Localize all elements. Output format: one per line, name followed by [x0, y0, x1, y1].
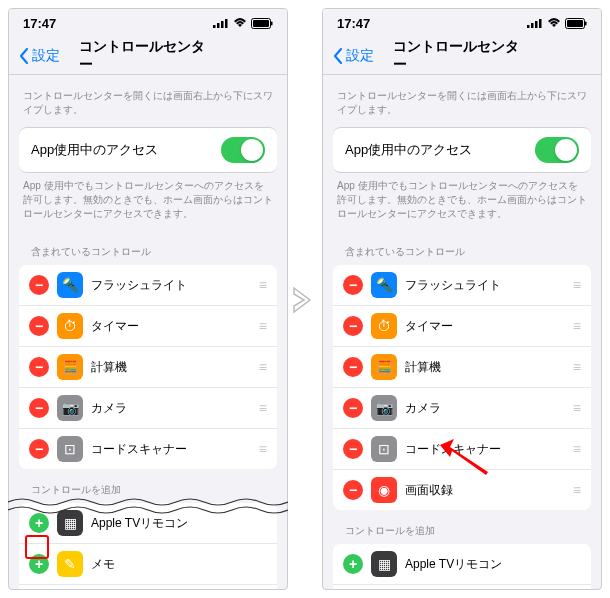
access-group: App使用中のアクセス	[19, 127, 277, 173]
svg-rect-10	[539, 19, 542, 28]
remove-button[interactable]: −	[343, 316, 363, 336]
svg-rect-9	[535, 21, 538, 28]
chevron-left-icon	[19, 48, 29, 64]
access-toggle[interactable]	[221, 137, 265, 163]
svg-rect-2	[221, 21, 224, 28]
add-button[interactable]: +	[29, 513, 49, 533]
access-desc: App 使用中でもコントロールセンターへのアクセスを許可します。無効のときでも、…	[323, 173, 601, 231]
access-toggle[interactable]	[535, 137, 579, 163]
wifi-icon	[233, 18, 247, 28]
control-label: カメラ	[405, 400, 565, 417]
access-desc: App 使用中でもコントロールセンターへのアクセスを許可します。無効のときでも、…	[9, 173, 287, 231]
drag-handle-icon[interactable]: ≡	[573, 359, 581, 375]
drag-handle-icon[interactable]: ≡	[259, 400, 267, 416]
more-group: +▦Apple TVリモコン+👤アクセシビリティのショートカ…+🔒アクセスガイド	[333, 544, 591, 589]
red-arrow-icon	[440, 437, 490, 477]
drag-handle-icon[interactable]: ≡	[259, 359, 267, 375]
status-icons	[213, 18, 273, 29]
signal-icon	[213, 18, 229, 28]
svg-rect-13	[585, 21, 587, 25]
control-label: フラッシュライト	[91, 277, 251, 294]
svg-rect-1	[217, 23, 220, 28]
control-row: −🧮計算機≡	[333, 346, 591, 387]
content-right: コントロールセンターを開くには画面右上から下にスワイプします。 App使用中のア…	[323, 75, 601, 589]
drag-handle-icon[interactable]: ≡	[573, 441, 581, 457]
signal-icon	[527, 18, 543, 28]
back-button[interactable]: 設定	[19, 47, 60, 65]
remove-button[interactable]: −	[29, 316, 49, 336]
back-label: 設定	[346, 47, 374, 65]
app-icon: 📷	[371, 395, 397, 421]
app-icon: 🔦	[371, 272, 397, 298]
included-group: −🔦フラッシュライト≡−⏱タイマー≡−🧮計算機≡−📷カメラ≡−⊡コードスキャナー…	[19, 265, 277, 469]
app-icon: ⏱	[371, 313, 397, 339]
svg-rect-8	[531, 23, 534, 28]
remove-button[interactable]: −	[343, 357, 363, 377]
remove-button[interactable]: −	[343, 398, 363, 418]
drag-handle-icon[interactable]: ≡	[573, 318, 581, 334]
access-row: App使用中のアクセス	[19, 128, 277, 172]
control-label: Apple TVリモコン	[405, 556, 581, 573]
nav-title: コントロールセンター	[79, 38, 218, 74]
drag-handle-icon[interactable]: ≡	[259, 277, 267, 293]
access-label: App使用中のアクセス	[345, 141, 535, 159]
drag-handle-icon[interactable]: ≡	[573, 482, 581, 498]
intro-text: コントロールセンターを開くには画面右上から下にスワイプします。	[323, 75, 601, 127]
wavy-cut-icon	[8, 496, 288, 516]
drag-handle-icon[interactable]: ≡	[259, 318, 267, 334]
control-row: −🔦フラッシュライト≡	[19, 265, 277, 305]
back-button[interactable]: 設定	[333, 47, 374, 65]
section-more: コントロールを追加	[323, 510, 601, 544]
section-included: 含まれているコントロール	[9, 231, 287, 265]
control-label: 計算機	[405, 359, 565, 376]
add-button[interactable]: +	[343, 554, 363, 574]
control-row: −🧮計算機≡	[19, 346, 277, 387]
access-group: App使用中のアクセス	[333, 127, 591, 173]
app-icon: ⊡	[371, 436, 397, 462]
chevron-left-icon	[333, 48, 343, 64]
remove-button[interactable]: −	[29, 357, 49, 377]
control-label: タイマー	[91, 318, 251, 335]
control-row: +👤アクセシビリティのショートカ…	[333, 584, 591, 589]
remove-button[interactable]: −	[29, 439, 49, 459]
control-row: −📷カメラ≡	[333, 387, 591, 428]
status-time: 17:47	[23, 16, 56, 31]
status-bar: 17:47	[323, 9, 601, 37]
wifi-icon	[547, 18, 561, 28]
intro-text: コントロールセンターを開くには画面右上から下にスワイプします。	[9, 75, 287, 127]
control-label: フラッシュライト	[405, 277, 565, 294]
status-bar: 17:47	[9, 9, 287, 37]
control-label: メモ	[91, 556, 267, 573]
remove-button[interactable]: −	[343, 275, 363, 295]
arrow-right-icon	[290, 280, 320, 320]
control-label: 画面収録	[405, 482, 565, 499]
access-row: App使用中のアクセス	[333, 128, 591, 172]
svg-rect-12	[567, 20, 583, 27]
control-row: −🔦フラッシュライト≡	[333, 265, 591, 305]
control-row: +✎メモ	[19, 543, 277, 584]
drag-handle-icon[interactable]: ≡	[573, 277, 581, 293]
control-label: Apple TVリモコン	[91, 515, 267, 532]
control-label: カメラ	[91, 400, 251, 417]
remove-button[interactable]: −	[343, 439, 363, 459]
remove-button[interactable]: −	[29, 398, 49, 418]
back-label: 設定	[32, 47, 60, 65]
drag-handle-icon[interactable]: ≡	[573, 400, 581, 416]
app-icon: ▦	[371, 551, 397, 577]
nav-bar: 設定 コントロールセンター	[9, 37, 287, 75]
app-icon: 🔦	[57, 272, 83, 298]
phone-right: 17:47 設定 コントロールセンター コントロールセンターを開くには画面右上か…	[322, 8, 602, 590]
app-icon: ⏱	[57, 313, 83, 339]
battery-icon	[251, 18, 273, 29]
remove-button[interactable]: −	[29, 275, 49, 295]
app-icon: ◉	[371, 477, 397, 503]
svg-rect-0	[213, 25, 216, 28]
status-time: 17:47	[337, 16, 370, 31]
control-row: −📷カメラ≡	[19, 387, 277, 428]
drag-handle-icon[interactable]: ≡	[259, 441, 267, 457]
remove-button[interactable]: −	[343, 480, 363, 500]
section-included: 含まれているコントロール	[323, 231, 601, 265]
control-label: 計算機	[91, 359, 251, 376]
control-row: +◉画面収録	[19, 584, 277, 589]
control-row: −⏱タイマー≡	[333, 305, 591, 346]
